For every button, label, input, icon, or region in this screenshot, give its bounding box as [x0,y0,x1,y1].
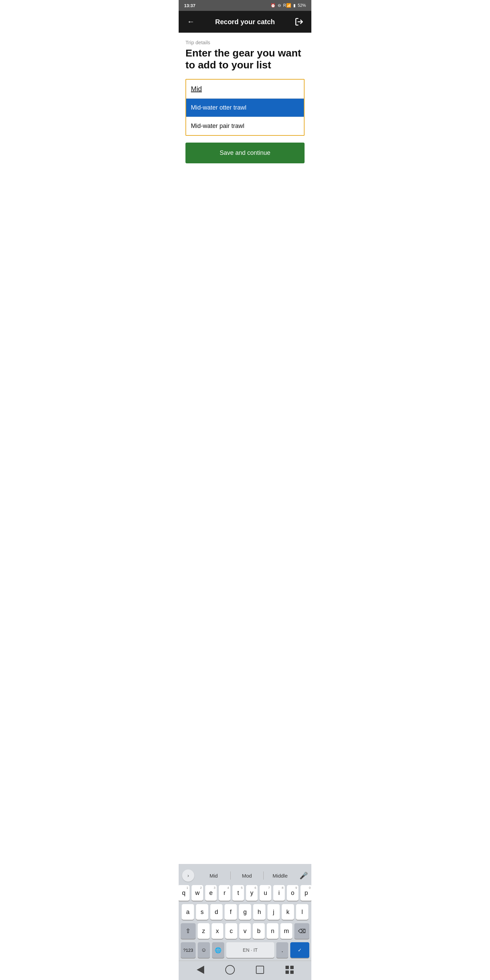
key-m[interactable]: m [280,923,292,939]
app-bar-title: Record your catch [215,18,275,26]
battery-percent: 52% [298,3,306,8]
shift-key[interactable]: ⇧ [181,923,196,939]
key-y[interactable]: 6y [246,885,258,901]
gear-input-container: Mid-water otter trawl Mid-water pair tra… [185,79,305,136]
key-r[interactable]: 4r [219,885,231,901]
key-b[interactable]: b [253,923,265,939]
key-t[interactable]: 5t [232,885,244,901]
period-key[interactable]: . [276,942,288,958]
alarm-icon: ⏰ [270,3,275,8]
key-l[interactable]: l [296,904,308,920]
key-z[interactable]: z [198,923,210,939]
signal-icon: R📶 [283,3,291,8]
key-x[interactable]: x [212,923,224,939]
key-a[interactable]: a [182,904,194,920]
section-heading: Enter the gear you want to add to your l… [185,47,305,71]
key-v[interactable]: v [239,923,251,939]
key-n[interactable]: n [267,923,279,939]
system-nav-bar [179,961,311,980]
key-j[interactable]: j [267,904,280,920]
key-row-1: 1q 2w 3e 4r 5t 6y 7u 8i 9o 0p [181,885,309,901]
emoji-key[interactable]: ☺ [198,942,210,958]
key-o[interactable]: 9o [287,885,298,901]
status-time: 13:37 [184,3,195,8]
nav-home-button[interactable] [222,964,238,975]
confirm-key[interactable]: ✓ [290,942,309,958]
key-p[interactable]: 0p [301,885,311,901]
key-f[interactable]: f [224,904,237,920]
dropdown-list: Mid-water otter trawl Mid-water pair tra… [186,98,304,135]
main-content: Trip details Enter the gear you want to … [179,33,311,864]
back-button[interactable]: ← [184,15,198,29]
suggestion-mod[interactable]: Mod [231,871,264,881]
battery-icon: ▮ [293,3,296,8]
key-row-4: ?123 ☺ 🌐 EN · IT . ✓ [181,942,309,958]
app-bar: ← Record your catch [179,11,311,33]
num-sym-key[interactable]: ?123 [181,942,196,958]
suggestion-middle[interactable]: Middle [263,871,297,881]
suggestion-mid[interactable]: Mid [197,871,231,881]
keyboard: › Mid Mod Middle 🎤 1q 2w 3e 4r 5t 6y 7u … [179,864,311,961]
suggestions-items: Mid Mod Middle [197,871,297,881]
suggestions-expand-button[interactable]: › [182,869,194,882]
gear-search-input[interactable] [186,80,304,98]
keyboard-rows: 1q 2w 3e 4r 5t 6y 7u 8i 9o 0p a s d f g … [181,885,309,958]
dropdown-item-1[interactable]: Mid-water otter trawl [186,99,304,117]
status-bar: 13:37 ⏰ ⊖ R📶 ▮ 52% [179,0,311,11]
backspace-key[interactable]: ⌫ [294,923,309,939]
key-c[interactable]: c [225,923,237,939]
section-label: Trip details [185,40,305,45]
key-row-3: ⇧ z x c v b n m ⌫ [181,923,309,939]
nav-keyboard-button[interactable] [282,964,298,975]
status-icons: ⏰ ⊖ R📶 ▮ 52% [270,3,306,8]
key-u[interactable]: 7u [259,885,271,901]
key-w[interactable]: 2w [192,885,203,901]
save-continue-button[interactable]: Save and continue [185,143,305,163]
key-d[interactable]: d [210,904,223,920]
nav-recents-button[interactable] [252,964,268,975]
key-g[interactable]: g [239,904,251,920]
key-e[interactable]: 3e [205,885,217,901]
key-i[interactable]: 8i [273,885,285,901]
exit-button[interactable] [292,15,306,29]
key-row-2: a s d f g h j k l [181,904,309,920]
key-q[interactable]: 1q [179,885,189,901]
microphone-icon[interactable]: 🎤 [299,872,308,880]
dropdown-item-2[interactable]: Mid-water pair trawl [186,117,304,135]
spacebar[interactable]: EN · IT [226,942,274,958]
key-k[interactable]: k [282,904,294,920]
nav-back-button[interactable] [192,964,208,975]
key-h[interactable]: h [253,904,266,920]
suggestions-row: › Mid Mod Middle 🎤 [181,867,309,885]
dnd-icon: ⊖ [278,3,281,8]
key-s[interactable]: s [196,904,208,920]
globe-key[interactable]: 🌐 [212,942,224,958]
